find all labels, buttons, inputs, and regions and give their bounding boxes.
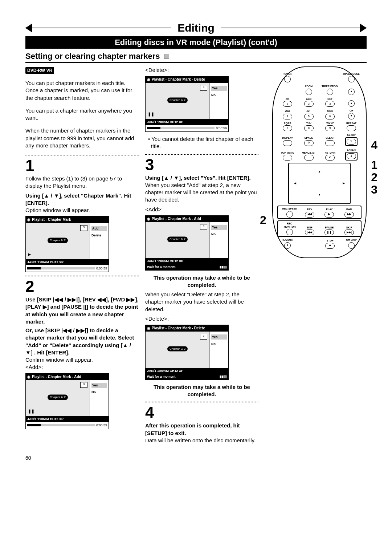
wait-note-2: This operation may take a while to be co… bbox=[147, 383, 257, 398]
transport-row1-highlight: REC SPEED REV◀◀ PLAY▶ FWD▶▶ bbox=[277, 206, 362, 219]
remote-control-diagram: POWER OPEN/CLOSE ZOOM TIMER PROG. ▲ @/.1… bbox=[272, 66, 367, 258]
intro-p3: When the number of chapter markers in th… bbox=[25, 127, 139, 149]
wait-message: Wait for a moment. bbox=[147, 265, 176, 269]
ch-down-button: ▼ bbox=[348, 113, 355, 119]
pause-icon: ❚❚ bbox=[148, 111, 154, 117]
step1-result: Option window will appear. bbox=[25, 207, 139, 214]
num-1-button: 1 bbox=[283, 101, 292, 107]
option-delete: Delete bbox=[91, 233, 107, 237]
add-label: <Add>: bbox=[145, 206, 258, 213]
disc-icon: ◉ bbox=[147, 77, 150, 82]
setup-button: ↪ bbox=[347, 139, 356, 145]
option-no: No bbox=[91, 390, 107, 394]
ch-up-button: ▲ bbox=[348, 100, 355, 107]
intro-p2: You can put a chapter marker anywhere yo… bbox=[25, 107, 139, 122]
callout-4: 4 bbox=[371, 138, 377, 153]
power-button bbox=[284, 76, 291, 82]
callout-left-2: 2 bbox=[260, 212, 266, 228]
intro-p1: You can put chapter markers in each titl… bbox=[25, 80, 139, 102]
right-arrow-button: ▶ bbox=[340, 180, 347, 187]
return-button: ↶ bbox=[325, 155, 335, 161]
page-title: Editing bbox=[171, 22, 221, 34]
step1-instruction: Using [▲ / ▼], select "Chapter Mark". Hi… bbox=[25, 192, 139, 207]
timer-prog-button bbox=[327, 89, 333, 95]
step4-instruction: After this operation is completed, hit [… bbox=[145, 422, 258, 437]
pause-icon: ❚❚ bbox=[28, 409, 34, 414]
display-button bbox=[283, 140, 292, 146]
section-heading-text: Setting or clearing chapter markers bbox=[25, 52, 160, 61]
zoom-button bbox=[306, 89, 312, 95]
step-1-number: 1 bbox=[25, 158, 139, 174]
callout-3: 3 bbox=[371, 182, 377, 198]
openclose-button bbox=[348, 76, 355, 82]
step2-note: • You cannot delete the first chapter of… bbox=[148, 135, 258, 150]
skip-fwd-button: ▶▶| bbox=[344, 230, 354, 235]
progress-bars-icon: ▮▮▯▯ bbox=[220, 265, 227, 269]
play-button: ▶ bbox=[324, 212, 334, 218]
recspeed-button bbox=[286, 211, 293, 218]
fwd-button: ▶▶ bbox=[344, 212, 354, 218]
add-label: <Add>: bbox=[25, 364, 139, 371]
up-arrow-button: ▲ bbox=[316, 169, 323, 175]
step2-instr2: Or, use [SKIP |◀◀ / ▶▶|] to decide a cha… bbox=[25, 327, 139, 356]
step3-del-desc: When you select "Delete" at step 2, the … bbox=[145, 291, 258, 313]
enter-button: ● bbox=[347, 153, 356, 159]
disc-icon: ◉ bbox=[147, 216, 150, 222]
progress-bars-icon: ▮▮▯▯ bbox=[220, 374, 227, 379]
recotr-button: ● bbox=[284, 242, 291, 249]
dvdrw-badge: DVD-RW VR bbox=[25, 67, 54, 74]
disc-icon: ◉ bbox=[147, 326, 150, 331]
transport-row2-highlight: REC MONITOR SKIP|◀◀ PAUSE❚❚ SKIP▶▶| bbox=[277, 220, 362, 237]
step1-lead: Follow the steps (1) to (3) on page 57 t… bbox=[25, 175, 139, 190]
repeat-button bbox=[347, 125, 356, 131]
num-5-button: 5 bbox=[304, 114, 314, 119]
delete-label: <Delete>: bbox=[145, 66, 258, 74]
osd-add-confirm: ◉Playlist - Chapter Mark - Add 3 Chapter… bbox=[25, 373, 109, 429]
column-1: DVD-RW VR You can put chapter markers in… bbox=[25, 66, 139, 433]
osd-time: 0:00:59 bbox=[96, 266, 107, 271]
page-title-banner: Editing bbox=[25, 22, 367, 34]
option-yes: Yes bbox=[91, 383, 107, 388]
section-heading: Setting or clearing chapter markers bbox=[25, 52, 367, 63]
eject-button: ▲ bbox=[348, 89, 355, 95]
enter-highlight: ● bbox=[345, 152, 358, 161]
cmskip-button bbox=[348, 242, 355, 249]
column-2: <Delete>: ◉Playlist - Chapter Mark - Del… bbox=[145, 66, 258, 444]
thumbnail: 3 bbox=[80, 225, 87, 231]
step2-result: Confirm window will appear. bbox=[25, 356, 139, 364]
down-arrow-button: ▼ bbox=[316, 192, 323, 198]
osd-add-wait: ◉Playlist - Chapter Mark - Add 3 Chapter… bbox=[145, 215, 229, 271]
num-9-button: 9 bbox=[325, 125, 335, 131]
step-2-number: 2 bbox=[25, 279, 139, 295]
dpad-highlight: ▲ ▼ ◀ ▶ bbox=[288, 163, 351, 204]
num-6-button: 6 bbox=[325, 114, 335, 119]
chapter-pill: Chapter 2/ 2 bbox=[48, 238, 68, 243]
step3-add-desc: When you select "Add" at step 2, a new c… bbox=[145, 182, 258, 204]
clear-button bbox=[325, 140, 335, 146]
delete-label: <Delete>: bbox=[145, 315, 258, 322]
pause-button: ❚❚ bbox=[324, 230, 334, 235]
recmonitor-button bbox=[286, 229, 293, 235]
column-3-remote: POWER OPEN/CLOSE ZOOM TIMER PROG. ▲ @/.1… bbox=[265, 66, 367, 258]
play-icon: ▶ bbox=[28, 252, 31, 257]
osd-delete-confirm: ◉Playlist - Chapter Mark - Delete 3 Chap… bbox=[145, 76, 229, 132]
option-add: Add bbox=[91, 226, 107, 231]
num-3-button: 3 bbox=[325, 101, 335, 107]
osd-footer: JAN/1 1:00AM CH12 XP bbox=[26, 259, 109, 265]
dpad: ▲ ▼ ◀ ▶ bbox=[290, 167, 348, 200]
step-3-number: 3 bbox=[145, 157, 258, 173]
wait-note-1: This operation may take a while to be co… bbox=[147, 274, 257, 289]
disc-icon: ◉ bbox=[27, 217, 30, 222]
osd-chapter-mark: ◉Playlist - Chapter Mark 3 Chapter 2/ 2 … bbox=[25, 216, 109, 272]
setup-highlight: ↪ bbox=[345, 137, 358, 146]
rev-button: ◀◀ bbox=[305, 212, 314, 218]
sub-banner: Editing discs in VR mode (Playlist) (con… bbox=[25, 36, 367, 49]
left-arrow-button: ◀ bbox=[292, 180, 298, 187]
num-2-button: 2 bbox=[304, 101, 314, 107]
step-4-number: 4 bbox=[145, 405, 258, 421]
osd-delete-wait: ◉Playlist - Chapter Mark - Delete 3 Chap… bbox=[145, 325, 229, 380]
disc-icon: ◉ bbox=[27, 374, 30, 379]
step4-result: Data will be written onto the disc momen… bbox=[145, 437, 258, 444]
step2-instr1: Use [SKIP |◀◀ / ▶▶|], [REV ◀◀], [FWD ▶▶]… bbox=[25, 296, 139, 325]
stop-button: ■ bbox=[325, 243, 335, 249]
